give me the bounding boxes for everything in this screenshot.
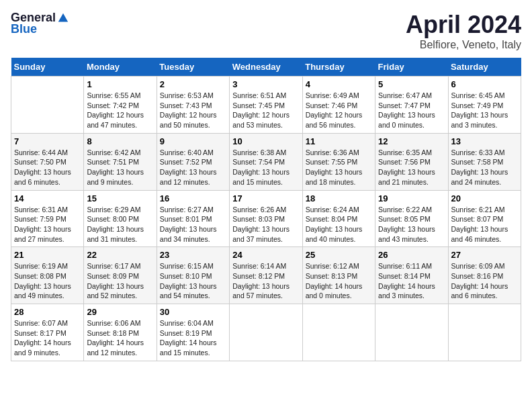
day-number: 21 xyxy=(14,250,81,260)
day-number: 6 xyxy=(451,79,518,89)
cell-sunrise: Sunrise: 6:49 AMSunset: 7:46 PMDaylight:… xyxy=(306,91,363,129)
day-number: 15 xyxy=(87,193,153,203)
day-number: 25 xyxy=(306,250,372,260)
day-number: 22 xyxy=(87,250,153,260)
calendar-cell: 18 Sunrise: 6:24 AMSunset: 8:04 PMDaylig… xyxy=(302,190,375,247)
cell-sunrise: Sunrise: 6:26 AMSunset: 8:03 PMDaylight:… xyxy=(232,205,290,243)
day-number: 19 xyxy=(378,193,445,203)
day-number: 4 xyxy=(306,79,372,89)
cell-sunrise: Sunrise: 6:47 AMSunset: 7:47 PMDaylight:… xyxy=(378,91,435,129)
calendar-cell xyxy=(375,304,448,361)
calendar-cell: 4 Sunrise: 6:49 AMSunset: 7:46 PMDayligh… xyxy=(302,77,375,134)
calendar-week-row: 7 Sunrise: 6:44 AMSunset: 7:50 PMDayligh… xyxy=(11,133,521,190)
cell-sunrise: Sunrise: 6:22 AMSunset: 8:05 PMDaylight:… xyxy=(378,205,435,243)
calendar-cell: 8 Sunrise: 6:42 AMSunset: 7:51 PMDayligh… xyxy=(84,133,157,190)
calendar-cell xyxy=(11,77,84,134)
calendar-cell: 20 Sunrise: 6:21 AMSunset: 8:07 PMDaylig… xyxy=(448,190,521,247)
calendar-cell: 28 Sunrise: 6:07 AMSunset: 8:17 PMDaylig… xyxy=(11,304,84,361)
cell-sunrise: Sunrise: 6:42 AMSunset: 7:51 PMDaylight:… xyxy=(87,148,144,186)
day-number: 17 xyxy=(232,193,299,203)
cell-sunrise: Sunrise: 6:06 AMSunset: 8:18 PMDaylight:… xyxy=(87,319,144,357)
day-number: 10 xyxy=(232,136,299,146)
calendar-cell: 10 Sunrise: 6:38 AMSunset: 7:54 PMDaylig… xyxy=(230,133,302,190)
cell-sunrise: Sunrise: 6:27 AMSunset: 8:01 PMDaylight:… xyxy=(160,205,217,243)
weekday-header-cell: Monday xyxy=(84,58,157,77)
calendar-cell: 30 Sunrise: 6:04 AMSunset: 8:19 PMDaylig… xyxy=(157,304,229,361)
page-header: General Blue April 2024 Belfiore, Veneto… xyxy=(11,11,521,51)
cell-sunrise: Sunrise: 6:44 AMSunset: 7:50 PMDaylight:… xyxy=(14,148,71,186)
day-number: 8 xyxy=(87,136,153,146)
day-number: 7 xyxy=(14,136,81,146)
cell-sunrise: Sunrise: 6:09 AMSunset: 8:16 PMDaylight:… xyxy=(451,262,508,300)
cell-sunrise: Sunrise: 6:55 AMSunset: 7:42 PMDaylight:… xyxy=(87,91,144,129)
calendar-cell: 9 Sunrise: 6:40 AMSunset: 7:52 PMDayligh… xyxy=(157,133,229,190)
weekday-header-cell: Sunday xyxy=(11,58,84,77)
calendar-cell: 7 Sunrise: 6:44 AMSunset: 7:50 PMDayligh… xyxy=(11,133,84,190)
cell-sunrise: Sunrise: 6:17 AMSunset: 8:09 PMDaylight:… xyxy=(87,262,144,300)
calendar-cell: 16 Sunrise: 6:27 AMSunset: 8:01 PMDaylig… xyxy=(157,190,229,247)
calendar-week-row: 21 Sunrise: 6:19 AMSunset: 8:08 PMDaylig… xyxy=(11,247,521,304)
weekday-header-cell: Wednesday xyxy=(230,58,302,77)
cell-sunrise: Sunrise: 6:24 AMSunset: 8:04 PMDaylight:… xyxy=(306,205,363,243)
title-area: April 2024 Belfiore, Veneto, Italy xyxy=(406,11,521,51)
month-title: April 2024 xyxy=(406,11,521,39)
calendar-cell: 29 Sunrise: 6:06 AMSunset: 8:18 PMDaylig… xyxy=(84,304,157,361)
cell-sunrise: Sunrise: 6:14 AMSunset: 8:12 PMDaylight:… xyxy=(232,262,290,300)
day-number: 14 xyxy=(14,193,81,203)
day-number: 11 xyxy=(306,136,372,146)
day-number: 18 xyxy=(306,193,372,203)
day-number: 23 xyxy=(160,250,226,260)
cell-sunrise: Sunrise: 6:11 AMSunset: 8:14 PMDaylight:… xyxy=(378,262,435,300)
logo: General Blue xyxy=(11,11,71,36)
calendar-cell xyxy=(302,304,375,361)
cell-sunrise: Sunrise: 6:35 AMSunset: 7:56 PMDaylight:… xyxy=(378,148,435,186)
weekday-header-cell: Friday xyxy=(375,58,448,77)
cell-sunrise: Sunrise: 6:31 AMSunset: 7:59 PMDaylight:… xyxy=(14,205,71,243)
cell-sunrise: Sunrise: 6:12 AMSunset: 8:13 PMDaylight:… xyxy=(306,262,363,300)
day-number: 26 xyxy=(378,250,445,260)
day-number: 30 xyxy=(160,307,226,317)
day-number: 20 xyxy=(451,193,518,203)
cell-sunrise: Sunrise: 6:38 AMSunset: 7:54 PMDaylight:… xyxy=(232,148,290,186)
day-number: 28 xyxy=(14,307,81,317)
calendar-cell: 3 Sunrise: 6:51 AMSunset: 7:45 PMDayligh… xyxy=(230,77,302,134)
calendar-cell: 5 Sunrise: 6:47 AMSunset: 7:47 PMDayligh… xyxy=(375,77,448,134)
calendar-cell xyxy=(230,304,302,361)
calendar-cell: 2 Sunrise: 6:53 AMSunset: 7:43 PMDayligh… xyxy=(157,77,229,134)
day-number: 16 xyxy=(160,193,226,203)
calendar-cell: 24 Sunrise: 6:14 AMSunset: 8:12 PMDaylig… xyxy=(230,247,302,304)
weekday-header-cell: Thursday xyxy=(302,58,375,77)
calendar-cell: 14 Sunrise: 6:31 AMSunset: 7:59 PMDaylig… xyxy=(11,190,84,247)
cell-sunrise: Sunrise: 6:15 AMSunset: 8:10 PMDaylight:… xyxy=(160,262,217,300)
calendar-cell: 17 Sunrise: 6:26 AMSunset: 8:03 PMDaylig… xyxy=(230,190,302,247)
calendar-cell: 25 Sunrise: 6:12 AMSunset: 8:13 PMDaylig… xyxy=(302,247,375,304)
cell-sunrise: Sunrise: 6:51 AMSunset: 7:45 PMDaylight:… xyxy=(232,91,290,129)
calendar-week-row: 14 Sunrise: 6:31 AMSunset: 7:59 PMDaylig… xyxy=(11,190,521,247)
cell-sunrise: Sunrise: 6:40 AMSunset: 7:52 PMDaylight:… xyxy=(160,148,217,186)
day-number: 5 xyxy=(378,79,445,89)
calendar-cell: 6 Sunrise: 6:45 AMSunset: 7:49 PMDayligh… xyxy=(448,77,521,134)
cell-sunrise: Sunrise: 6:33 AMSunset: 7:58 PMDaylight:… xyxy=(451,148,508,186)
day-number: 13 xyxy=(451,136,518,146)
cell-sunrise: Sunrise: 6:45 AMSunset: 7:49 PMDaylight:… xyxy=(451,91,508,129)
day-number: 2 xyxy=(160,79,226,89)
cell-sunrise: Sunrise: 6:21 AMSunset: 8:07 PMDaylight:… xyxy=(451,205,508,243)
cell-sunrise: Sunrise: 6:19 AMSunset: 8:08 PMDaylight:… xyxy=(14,262,71,300)
cell-sunrise: Sunrise: 6:53 AMSunset: 7:43 PMDaylight:… xyxy=(160,91,217,129)
calendar-cell: 22 Sunrise: 6:17 AMSunset: 8:09 PMDaylig… xyxy=(84,247,157,304)
day-number: 9 xyxy=(160,136,226,146)
day-number: 29 xyxy=(87,307,153,317)
cell-sunrise: Sunrise: 6:29 AMSunset: 8:00 PMDaylight:… xyxy=(87,205,144,243)
weekday-header-cell: Saturday xyxy=(448,58,521,77)
day-number: 3 xyxy=(232,79,299,89)
calendar-body: 1 Sunrise: 6:55 AMSunset: 7:42 PMDayligh… xyxy=(11,77,521,361)
calendar-cell: 13 Sunrise: 6:33 AMSunset: 7:58 PMDaylig… xyxy=(448,133,521,190)
calendar-cell: 15 Sunrise: 6:29 AMSunset: 8:00 PMDaylig… xyxy=(84,190,157,247)
calendar-cell: 19 Sunrise: 6:22 AMSunset: 8:05 PMDaylig… xyxy=(375,190,448,247)
svg-marker-0 xyxy=(58,13,68,21)
calendar-cell: 23 Sunrise: 6:15 AMSunset: 8:10 PMDaylig… xyxy=(157,247,229,304)
cell-sunrise: Sunrise: 6:36 AMSunset: 7:55 PMDaylight:… xyxy=(306,148,363,186)
calendar-week-row: 1 Sunrise: 6:55 AMSunset: 7:42 PMDayligh… xyxy=(11,77,521,134)
day-number: 27 xyxy=(451,250,518,260)
cell-sunrise: Sunrise: 6:04 AMSunset: 8:19 PMDaylight:… xyxy=(160,319,217,357)
